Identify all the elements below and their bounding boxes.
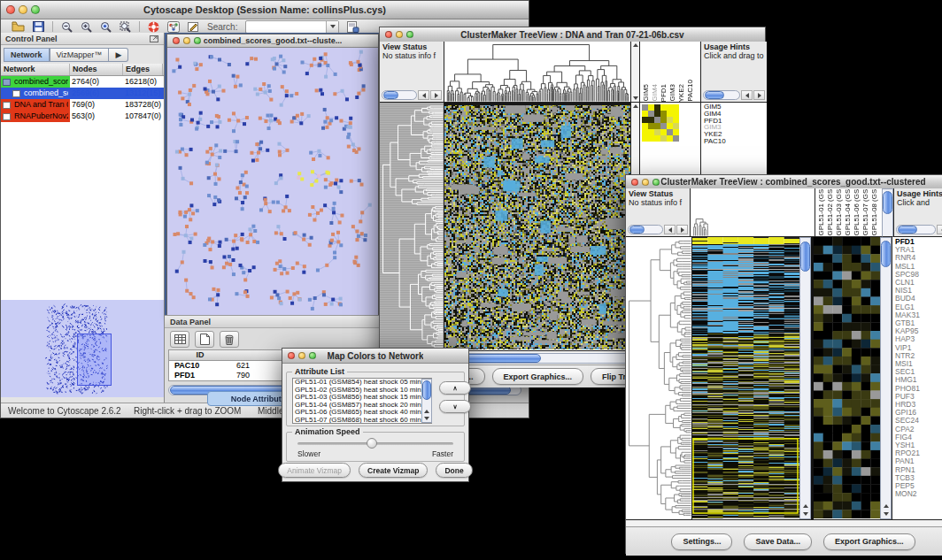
- search-input[interactable]: [245, 20, 339, 34]
- zoom-in-icon[interactable]: [81, 21, 92, 33]
- network-view-1-titlebar[interactable]: combined_scores_good.txt--cluste...: [167, 35, 378, 48]
- move-up-button[interactable]: ∧: [439, 381, 471, 395]
- scrollbar-thumb[interactable]: [883, 191, 892, 214]
- close-button[interactable]: [173, 37, 180, 44]
- zoom-selected-icon[interactable]: [100, 21, 112, 33]
- treeview-button[interactable]: Settings...: [671, 533, 732, 550]
- attribute-list[interactable]: GPL51-01 (GSM854) heat shock 05 minGPL51…: [292, 378, 432, 424]
- usage-hints-title: Usage Hints: [897, 189, 942, 198]
- column-label: GIM4: [651, 84, 660, 102]
- gene-label[interactable]: PAC10: [704, 138, 767, 145]
- usage-hints-scrollbar[interactable]: [896, 225, 942, 234]
- move-down-button[interactable]: ∨: [439, 400, 471, 413]
- attribute-table-icon[interactable]: [170, 331, 189, 348]
- annotation-icon[interactable]: [188, 21, 199, 33]
- network-file-icon: [3, 102, 11, 109]
- correlation-matrix[interactable]: [642, 104, 700, 142]
- close-button[interactable]: [385, 31, 392, 38]
- tv2-row-dendrogram[interactable]: [626, 237, 692, 519]
- zoom-button[interactable]: [309, 352, 316, 359]
- float-panel-icon[interactable]: [150, 35, 159, 42]
- minimize-button[interactable]: [396, 31, 403, 38]
- column-label: GPL51-07 (GSM868): [861, 188, 870, 236]
- dialog-button[interactable]: Create Vizmap: [359, 463, 428, 478]
- column-label: GPL51-01 (GSM854): [817, 188, 826, 236]
- search-value: [246, 21, 326, 33]
- trash-icon[interactable]: [220, 331, 239, 348]
- tv2-heatmap[interactable]: [692, 237, 799, 519]
- tv1-column-scroll-strip[interactable]: [631, 42, 640, 103]
- tv2-column-dendrogram[interactable]: [691, 188, 815, 237]
- save-icon[interactable]: [33, 21, 44, 32]
- treeview-button[interactable]: Export Graphics...: [823, 533, 915, 550]
- network-file-icon: [3, 113, 11, 120]
- tv2-zoom-heatmap[interactable]: [814, 237, 880, 519]
- tv2-gene-list: PFD1YRA1RNR4MSL1SPC98CLN1NIS1BUD4ELG1MAK…: [892, 237, 942, 519]
- network-row[interactable]: RNAPuberNov2+ 563(0) 107847(0): [1, 111, 164, 122]
- zoom-button[interactable]: [194, 37, 201, 44]
- attribute-item[interactable]: GPL51-07 (GSM868) heat shock 60 min: [295, 417, 431, 424]
- scrollbar-thumb[interactable]: [881, 241, 891, 267]
- scrollbar-thumb[interactable]: [422, 380, 431, 400]
- scrollbar-thumb[interactable]: [800, 242, 810, 272]
- control-panel-header: Control Panel: [1, 33, 164, 45]
- tv1-row-dendrogram[interactable]: [380, 103, 444, 350]
- open-file-icon[interactable]: [12, 21, 25, 32]
- treeview-button[interactable]: Export Graphics...: [492, 368, 584, 385]
- advanced-search-icon[interactable]: [347, 21, 359, 33]
- slider-thumb[interactable]: [367, 438, 377, 449]
- usage-hints-scrollbar[interactable]: [703, 90, 765, 100]
- minimize-button[interactable]: [298, 352, 305, 359]
- close-button[interactable]: [6, 5, 15, 14]
- network-row[interactable]: combined_sco 2569(6) 13112(15): [1, 88, 164, 99]
- minimize-button[interactable]: [19, 5, 27, 14]
- tv2-heatmap-vscrollbar[interactable]: [799, 237, 811, 519]
- attribute-list-scrollbar[interactable]: [421, 379, 432, 423]
- network-view-window-1: combined_scores_good.txt--cluste...: [166, 34, 379, 318]
- column-label: GPL51-03 (GSM856): [835, 188, 844, 236]
- new-document-icon[interactable]: [195, 331, 214, 348]
- tv1-view-status-panel: View StatusNo status info f: [380, 42, 444, 103]
- main-titlebar[interactable]: Cytoscape Desktop (Session Name: collins…: [1, 1, 529, 19]
- view-status-scrollbar[interactable]: [628, 225, 688, 234]
- animation-speed-slider[interactable]: [297, 442, 453, 445]
- network-table-header[interactable]: Network Nodes Edges: [1, 64, 164, 76]
- treeview-button[interactable]: Save Data...: [744, 533, 812, 550]
- map-colors-icon[interactable]: [167, 21, 180, 33]
- help-lifesaver-icon[interactable]: [148, 21, 159, 33]
- tv1-heatmap[interactable]: [444, 103, 631, 350]
- close-button[interactable]: [288, 352, 295, 359]
- dialog-button[interactable]: Animate Vizmap: [278, 463, 351, 478]
- tab[interactable]: Network: [4, 48, 50, 62]
- zoom-button[interactable]: [652, 179, 660, 186]
- gene-label[interactable]: MON2: [895, 490, 942, 498]
- dialog-button[interactable]: Done: [436, 463, 472, 478]
- network-overview-panel[interactable]: [1, 300, 164, 397]
- zoom-out-icon[interactable]: [61, 21, 73, 33]
- tv2-zoom-vscrollbar[interactable]: [880, 237, 892, 519]
- minimize-button[interactable]: [642, 179, 649, 186]
- zoom-button[interactable]: [31, 5, 40, 14]
- column-label: GPL51-08 (GSM872): [870, 188, 879, 236]
- network-view-1-title: combined_scores_good.txt--cluste...: [204, 36, 343, 45]
- tv2-labels-scrollbar[interactable]: [882, 188, 893, 237]
- search-dropdown[interactable]: [326, 21, 338, 33]
- close-button[interactable]: [631, 179, 638, 186]
- network-row[interactable]: DNA and Tran 07 769(0) 183728(0): [1, 99, 164, 111]
- view-status-scrollbar[interactable]: [382, 90, 442, 100]
- network-view-1-canvas[interactable]: [167, 48, 376, 317]
- zoom-button[interactable]: [406, 31, 413, 38]
- treeview2-titlebar[interactable]: ClusterMaker TreeView : combined_scores_…: [626, 175, 942, 189]
- tab[interactable]: VizMapper™: [50, 48, 110, 62]
- tv1-column-dendrogram[interactable]: [444, 42, 631, 103]
- network-row[interactable]: combined_scores 2764(0) 16218(0): [1, 76, 164, 88]
- toolbar-separator: [52, 21, 53, 32]
- zoom-fit-icon[interactable]: [120, 21, 131, 33]
- tab[interactable]: ▶: [109, 48, 128, 62]
- dialog-titlebar[interactable]: Map Colors to Network: [282, 349, 468, 364]
- minimize-button[interactable]: [183, 37, 190, 44]
- treeview1-titlebar[interactable]: ClusterMaker TreeView : DNA and Tran 07-…: [380, 27, 765, 42]
- column-label: PAC10: [686, 80, 695, 102]
- view-status-title: View Status: [629, 189, 687, 198]
- overview-canvas[interactable]: [1, 300, 164, 397]
